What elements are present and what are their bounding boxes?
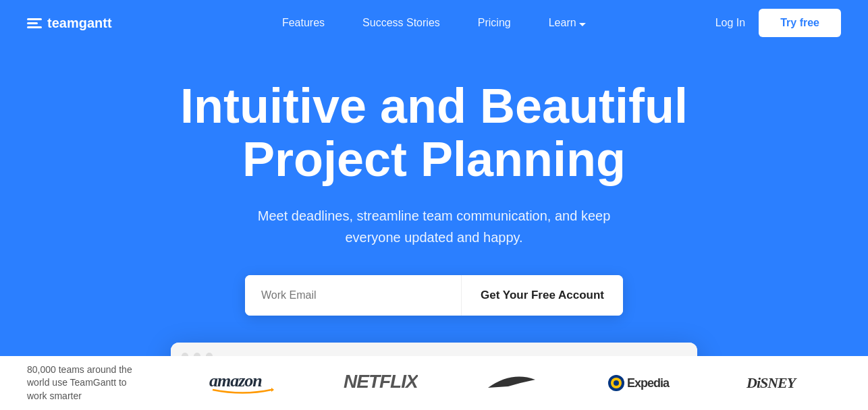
svg-point-5	[614, 380, 619, 386]
svg-marker-1	[271, 388, 274, 392]
social-proof-text: 80,000 teams around the world use TeamGa…	[27, 363, 148, 403]
try-free-button[interactable]: Try free	[759, 9, 841, 37]
nav-item-success-stories[interactable]: Success Stories	[344, 11, 459, 34]
logo-icon	[27, 18, 42, 28]
nav-link-learn[interactable]: Learn	[530, 11, 605, 34]
nav-item-learn[interactable]: Learn	[530, 11, 605, 34]
nav-actions: Log In Try free	[715, 9, 841, 37]
nav-link-success-stories[interactable]: Success Stories	[344, 11, 459, 34]
bottom-bar: 80,000 teams around the world use TeamGa…	[0, 356, 868, 410]
cta-input-wrapper: Get Your Free Account	[245, 275, 623, 316]
cta-form: Get Your Free Account	[27, 275, 841, 316]
svg-text:NETFLIX: NETFLIX	[344, 371, 418, 392]
netflix-logo: NETFLIX	[344, 368, 418, 399]
work-email-input[interactable]	[245, 275, 461, 316]
hero-subtitle: Meet deadlines, streamline team communic…	[232, 205, 636, 248]
logo-text: teamgantt	[47, 16, 112, 31]
nav-link-features[interactable]: Features	[263, 11, 344, 34]
nav-item-pricing[interactable]: Pricing	[459, 11, 530, 34]
hero-title: Intuitive and Beautiful Project Planning	[130, 80, 738, 186]
disney-logo: DiSNEY	[747, 368, 807, 399]
amazon-logo: amazon	[209, 368, 277, 399]
logo[interactable]: teamgantt	[27, 16, 112, 31]
svg-text:amazon: amazon	[209, 371, 262, 390]
svg-text:DiSNEY: DiSNEY	[747, 374, 798, 391]
chevron-down-icon	[579, 23, 586, 26]
nav-links: Features Success Stories Pricing Learn	[263, 11, 605, 34]
brand-logos: amazon NETFLIX Expedia DiS	[148, 368, 841, 399]
hero-section: Intuitive and Beautiful Project Planning…	[0, 46, 868, 397]
navbar: teamgantt Features Success Stories Prici…	[0, 0, 868, 46]
svg-text:Expedia: Expedia	[627, 376, 670, 390]
nike-logo	[485, 368, 539, 399]
nav-link-pricing[interactable]: Pricing	[459, 11, 530, 34]
get-free-account-button[interactable]: Get Your Free Account	[461, 275, 623, 316]
expedia-logo: Expedia	[605, 370, 680, 397]
login-button[interactable]: Log In	[715, 17, 745, 29]
nav-item-features[interactable]: Features	[263, 11, 344, 34]
